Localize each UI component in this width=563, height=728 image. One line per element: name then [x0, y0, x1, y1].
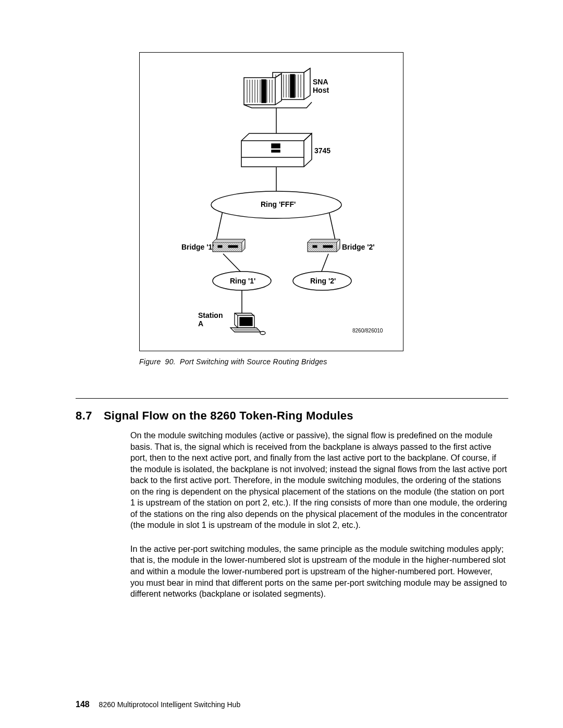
page-footer: 148 8260 Multiprotocol Intelligent Switc… [76, 700, 240, 709]
ring-1-label: Ring '1' [230, 277, 255, 285]
bridge-2-icon [308, 239, 340, 252]
figure-caption: Figure 90. Port Switching with Source Ro… [139, 357, 508, 366]
svg-point-40 [260, 331, 265, 335]
svg-line-5 [321, 254, 328, 273]
section-heading: 8.7 Signal Flow on the 8260 Token-Ring M… [76, 409, 508, 423]
section-title: Signal Flow on the 8260 Token-Ring Modul… [104, 409, 353, 423]
bridge-2-label: Bridge '2' [342, 243, 375, 251]
section-rule [76, 398, 508, 399]
sna-host-icon [244, 68, 312, 108]
svg-rect-16 [290, 75, 295, 97]
section-number: 8.7 [76, 409, 104, 423]
sna-host-label: SNA Host [313, 78, 329, 94]
fep-label: 3745 [314, 146, 331, 155]
svg-rect-28 [272, 144, 280, 148]
body-paragraph: In the active per-port switching modules… [130, 544, 508, 600]
body-paragraph: On the module switching modules (active … [130, 430, 508, 531]
ring-2-label: Ring '2' [310, 277, 336, 285]
footer-title: 8260 Multiprotocol Intelligent Switching… [99, 700, 241, 709]
svg-rect-33 [228, 245, 238, 248]
fep-3745-icon [241, 133, 312, 167]
svg-rect-32 [218, 245, 222, 248]
ring-fff-label: Ring 'FFF' [261, 200, 296, 208]
svg-line-3 [328, 209, 336, 242]
svg-rect-26 [262, 80, 266, 103]
svg-rect-29 [272, 150, 280, 152]
svg-rect-35 [313, 245, 317, 248]
svg-line-4 [223, 254, 241, 273]
bridge-1-label: Bridge '1' [181, 243, 214, 251]
svg-line-2 [216, 209, 223, 242]
svg-rect-37 [240, 317, 252, 326]
refcode-label: 8260/826010 [352, 328, 383, 334]
station-a-icon [230, 313, 265, 335]
page-number: 148 [76, 700, 90, 709]
bridge-1-icon [213, 239, 245, 252]
svg-rect-36 [323, 245, 333, 248]
station-a-label: Station A [198, 311, 223, 328]
figure-diagram: SNA Host 3745 Ring 'FFF' Bridge '1' Brid… [139, 52, 403, 351]
